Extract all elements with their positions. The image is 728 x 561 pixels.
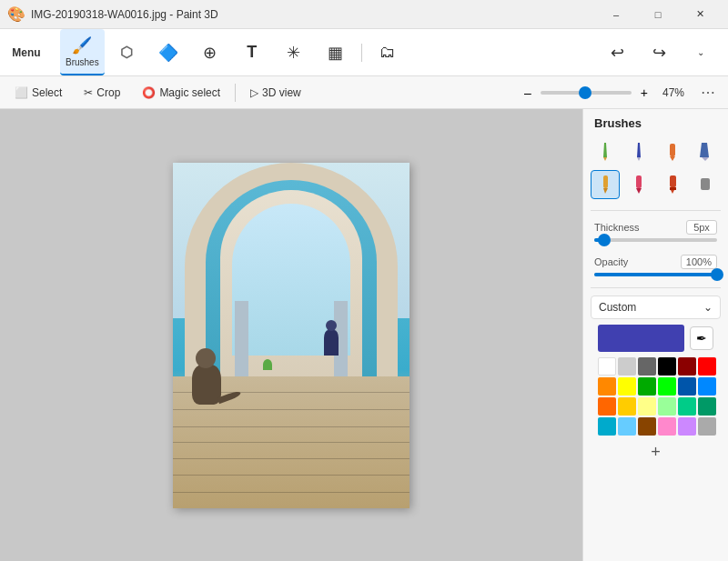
shapes-tool[interactable]: ⬡ [106, 29, 147, 75]
stickers-tool[interactable]: ⊕ [190, 29, 230, 75]
color-green[interactable] [658, 377, 676, 396]
eyedropper-icon: ✒ [696, 331, 707, 346]
color-lightgray[interactable] [618, 357, 636, 376]
color-lightblue[interactable] [618, 417, 636, 436]
brush-marker2[interactable] [658, 170, 687, 199]
select-button[interactable]: ⬜ Select [7, 84, 69, 102]
brush-pen[interactable] [624, 137, 653, 166]
color-teal[interactable] [678, 397, 696, 416]
minimize-button[interactable]: – [595, 0, 637, 29]
zoom-thumb[interactable] [579, 86, 592, 99]
color-pink[interactable] [658, 417, 676, 436]
color-darkgreen[interactable] [638, 377, 656, 396]
figure-head [326, 320, 337, 331]
canvas-icon: ▦ [328, 43, 343, 63]
color-white[interactable] [598, 357, 616, 376]
svg-marker-11 [636, 188, 642, 194]
thickness-label-row: Thickness 5px [594, 220, 717, 235]
color-red[interactable] [698, 357, 716, 376]
crop-button[interactable]: ✂ Crop [76, 84, 127, 102]
color-gold[interactable] [618, 397, 636, 416]
brushes-tool[interactable]: 🖌️ Brushes [60, 29, 105, 75]
zoom-more-button[interactable]: ⋯ [695, 82, 721, 103]
text-tool[interactable]: T [232, 29, 272, 75]
thickness-value[interactable]: 5px [686, 220, 717, 235]
color-black[interactable] [658, 357, 676, 376]
image-scene [173, 163, 410, 508]
zoom-in-button[interactable]: + [637, 85, 652, 100]
thickness-slider[interactable] [594, 238, 717, 242]
svg-rect-13 [670, 187, 676, 190]
brush-eraser[interactable] [691, 170, 720, 199]
color-darkblue[interactable] [678, 377, 696, 396]
menu-button[interactable]: Menu [0, 29, 53, 75]
add-color-button[interactable]: + [591, 439, 721, 465]
zoom-value: 47% [657, 86, 690, 99]
color-lightyellow[interactable] [638, 397, 656, 416]
thickness-thumb[interactable] [598, 234, 611, 246]
svg-marker-9 [603, 188, 608, 194]
brush-watercolor[interactable] [624, 170, 653, 199]
opacity-label: Opacity [594, 256, 628, 267]
magic-select-icon: ⭕ [142, 86, 156, 99]
undo-button[interactable]: ↩ [597, 29, 637, 75]
brush-marker[interactable] [658, 137, 687, 166]
color-cyan[interactable] [598, 417, 616, 436]
opacity-value[interactable]: 100% [681, 255, 717, 269]
canvas-area[interactable] [0, 109, 582, 561]
opacity-thumb[interactable] [711, 268, 723, 281]
effects-tool[interactable]: ✳ [274, 29, 314, 75]
svg-rect-4 [670, 144, 675, 156]
color-separator [591, 287, 721, 288]
window-controls: – □ ✕ [595, 0, 721, 29]
close-button[interactable]: ✕ [679, 0, 721, 29]
maximize-button[interactable]: □ [637, 0, 679, 29]
zoom-out-button[interactable]: – [521, 85, 535, 100]
color-brown[interactable] [638, 417, 656, 436]
brush-oil[interactable] [591, 170, 620, 199]
canvas-tool[interactable]: ▦ [316, 29, 356, 75]
brush-calligraphy[interactable] [691, 137, 720, 166]
color-yellow[interactable] [618, 377, 636, 396]
3d-view-button[interactable]: ▷ 3D view [243, 84, 308, 102]
brush-pencil[interactable] [591, 137, 620, 166]
color-darkgray[interactable] [638, 357, 656, 376]
thickness-label: Thickness [594, 222, 640, 233]
more-options-button[interactable]: ⌄ [681, 29, 721, 75]
secondary-toolbar: ⬜ Select ✂ Crop ⭕ Magic select ▷ 3D view… [0, 76, 728, 109]
opacity-fill [594, 273, 717, 276]
library-tool[interactable]: 🗂 [368, 29, 408, 75]
svg-marker-14 [671, 190, 674, 194]
magic-select-button[interactable]: ⭕ Magic select [135, 84, 228, 102]
color-gray2[interactable] [698, 417, 716, 436]
color-orange2[interactable] [598, 397, 616, 416]
brush-separator [591, 210, 721, 211]
color-blue[interactable] [698, 377, 716, 396]
brushes-icon: 🖌️ [72, 35, 92, 55]
svg-rect-8 [603, 175, 608, 188]
monkey-body [192, 365, 221, 405]
redo-button[interactable]: ↪ [639, 29, 679, 75]
effects-icon: ✳ [287, 43, 300, 63]
eyedropper-button[interactable]: ✒ [690, 326, 713, 350]
svg-marker-2 [637, 143, 641, 157]
color-darkteal[interactable] [698, 397, 716, 416]
crop-icon: ✂ [84, 86, 93, 99]
color-darkred[interactable] [678, 357, 696, 376]
zoom-controls: – + 47% ⋯ [521, 82, 721, 103]
magic-select-label: Magic select [159, 86, 220, 99]
color-lavender[interactable] [678, 417, 696, 436]
color-lightgreen[interactable] [658, 397, 676, 416]
select-label: Select [32, 86, 62, 99]
color-dropdown-button[interactable]: Custom ⌄ [591, 296, 721, 319]
zoom-slider[interactable] [541, 91, 632, 95]
opacity-label-row: Opacity 100% [594, 255, 717, 269]
active-color-swatch[interactable] [598, 325, 684, 352]
3dshapes-tool[interactable]: 🔷 [148, 29, 188, 75]
plus-icon: + [651, 443, 661, 462]
opacity-slider[interactable] [594, 273, 717, 276]
svg-marker-1 [603, 157, 607, 161]
canvas-image [173, 163, 410, 508]
color-orange[interactable] [598, 377, 616, 396]
3dshapes-icon: 🔷 [158, 43, 178, 63]
